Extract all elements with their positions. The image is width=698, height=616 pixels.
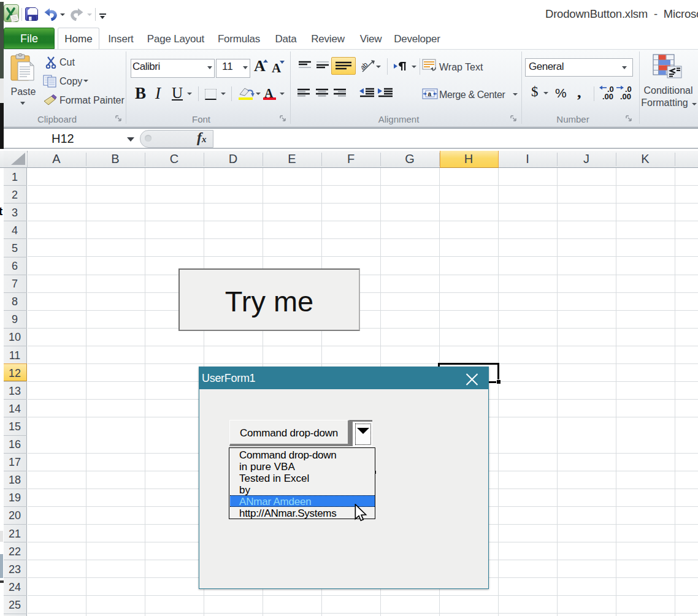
svg-text:ab: ab: [361, 61, 369, 71]
svg-text:a: a: [428, 91, 432, 97]
